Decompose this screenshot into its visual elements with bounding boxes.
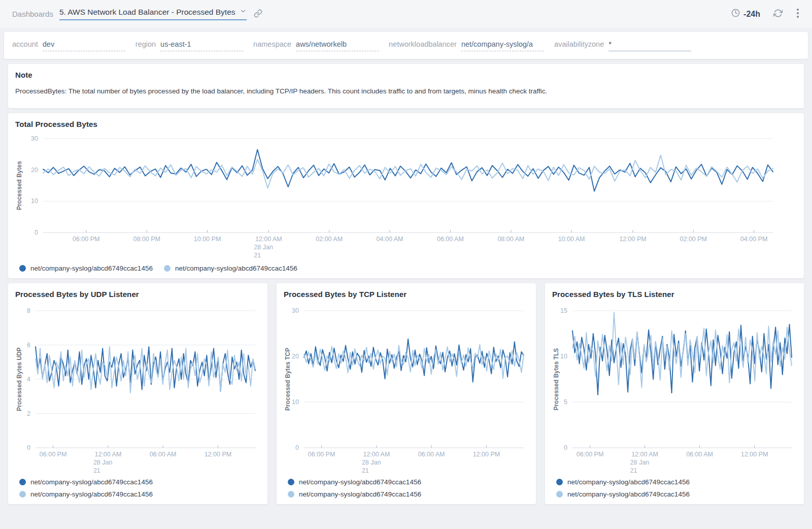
- series-color-dot: [556, 479, 563, 485]
- svg-text:12:00 AM: 12:00 AM: [363, 451, 390, 458]
- series-color-dot: [19, 479, 26, 485]
- refresh-button[interactable]: [772, 8, 784, 20]
- svg-text:02:00 AM: 02:00 AM: [316, 236, 343, 243]
- series-name: net/company-syslog/abcd6749ccac1456: [567, 490, 690, 498]
- svg-text:30: 30: [292, 307, 299, 314]
- udp-listener-chart[interactable]: 0246806:00 PM12:00 AM28 Jan2106:00 AM12:…: [15, 302, 260, 474]
- svg-text:06:00 AM: 06:00 AM: [686, 451, 713, 458]
- note-panel: Note ProcessedBytes: The total number of…: [8, 64, 804, 108]
- chart-legend: net/company-syslog/abcd6749ccac1456 net/…: [19, 264, 797, 272]
- legend-item[interactable]: net/company-syslog/abcd6749ccac1456: [556, 490, 690, 498]
- filter-label: availabilityzone: [554, 40, 604, 48]
- chart-title: Processed Bytes by UDP Listener: [15, 290, 260, 299]
- tcp-listener-panel: Processed Bytes by TCP Listener 01020300…: [277, 283, 536, 504]
- svg-text:04:00 AM: 04:00 AM: [377, 236, 403, 243]
- svg-text:4: 4: [27, 376, 30, 383]
- svg-text:20: 20: [31, 167, 38, 174]
- dashboard-title-select[interactable]: 5. AWS Network Load Balancer - Processed…: [59, 8, 247, 20]
- series-color-dot: [556, 491, 563, 498]
- svg-text:12:00 PM: 12:00 PM: [619, 236, 647, 243]
- filter-networkloadbalancer: networkloadbalancer net/company-syslog/a: [389, 40, 544, 51]
- filter-region: region us-east-1: [136, 40, 243, 51]
- page-title: 5. AWS Network Load Balancer - Processed…: [59, 8, 235, 17]
- udp-listener-panel: Processed Bytes by UDP Listener 0246806:…: [8, 283, 267, 504]
- series-name: net/company-syslog/abcd6749ccac1456: [567, 478, 690, 486]
- svg-text:06:00 AM: 06:00 AM: [418, 451, 445, 458]
- filter-namespace: namespace aws/networkelb: [253, 40, 379, 51]
- legend-item[interactable]: net/company-syslog/abcd6749ccac1456: [164, 264, 297, 272]
- svg-text:06:00 AM: 06:00 AM: [437, 236, 464, 243]
- svg-text:10: 10: [560, 353, 567, 360]
- svg-text:0: 0: [35, 229, 38, 236]
- svg-text:Processed Bytes TLS: Processed Bytes TLS: [553, 348, 560, 411]
- series-color-dot: [19, 265, 26, 272]
- legend-item[interactable]: net/company-syslog/abcd6749ccac1456: [288, 490, 421, 498]
- svg-text:28 Jan: 28 Jan: [254, 244, 273, 251]
- legend-item[interactable]: net/company-syslog/abcd6749ccac1456: [288, 478, 421, 486]
- breadcrumb: Dashboards: [12, 10, 53, 18]
- series-color-dot: [164, 265, 171, 272]
- more-options-button[interactable]: [796, 8, 800, 20]
- refresh-icon: [773, 9, 783, 19]
- tls-listener-panel: Processed Bytes by TLS Listener 05101506…: [545, 283, 804, 504]
- legend-item[interactable]: net/company-syslog/abcd6749ccac1456: [19, 264, 153, 272]
- time-range-value: -24h: [743, 10, 760, 19]
- legend-item[interactable]: net/company-syslog/abcd6749ccac1456: [556, 478, 690, 486]
- svg-text:08:00 PM: 08:00 PM: [133, 236, 160, 243]
- chart-legend: net/company-syslog/abcd6749ccac1456 net/…: [19, 478, 260, 498]
- legend-item[interactable]: net/company-syslog/abcd6749ccac1456: [19, 490, 153, 498]
- svg-text:02:00 PM: 02:00 PM: [680, 236, 707, 243]
- filter-availabilityzone: availabilityzone *: [554, 40, 691, 51]
- series-name: net/company-syslog/abcd6749ccac1456: [175, 264, 297, 272]
- svg-text:10: 10: [292, 399, 299, 406]
- svg-text:06:00 PM: 06:00 PM: [577, 451, 604, 458]
- legend-item[interactable]: net/company-syslog/abcd6749ccac1456: [19, 478, 153, 486]
- filter-label: account: [12, 40, 38, 48]
- svg-text:12:00 AM: 12:00 AM: [94, 451, 121, 458]
- total-processed-bytes-chart[interactable]: 010203006:00 PM08:00 PM10:00 PM12:00 AM2…: [15, 131, 797, 262]
- svg-text:06:00 PM: 06:00 PM: [73, 236, 100, 243]
- listener-charts-row: Processed Bytes by UDP Listener 0246806:…: [8, 283, 804, 504]
- svg-text:21: 21: [630, 467, 637, 474]
- top-bar: Dashboards 5. AWS Network Load Balancer …: [0, 0, 812, 28]
- total-processed-bytes-panel: Total Processed Bytes 010203006:00 PM08:…: [8, 113, 804, 278]
- clock-icon: [731, 9, 740, 19]
- svg-text:06:00 AM: 06:00 AM: [150, 451, 177, 458]
- svg-text:10:00 PM: 10:00 PM: [194, 236, 221, 243]
- svg-text:Processed Bytes TCP: Processed Bytes TCP: [284, 348, 291, 411]
- chart-title: Processed Bytes by TCP Listener: [284, 290, 529, 299]
- copy-link-button[interactable]: [253, 8, 263, 20]
- chart-title: Processed Bytes by TLS Listener: [552, 290, 797, 299]
- svg-text:Processed Bytes UDP: Processed Bytes UDP: [16, 347, 23, 411]
- svg-text:21: 21: [362, 467, 369, 474]
- note-body: ProcessedBytes: The total number of byte…: [15, 87, 797, 101]
- svg-text:12:00 PM: 12:00 PM: [205, 451, 232, 458]
- time-range-selector[interactable]: -24h: [731, 9, 760, 19]
- series-color-dot: [288, 491, 294, 498]
- note-title: Note: [15, 71, 797, 79]
- chart-title: Total Processed Bytes: [15, 120, 797, 128]
- filter-account-input[interactable]: dev: [43, 40, 125, 51]
- svg-text:0: 0: [295, 444, 299, 451]
- svg-text:10:00 AM: 10:00 AM: [558, 236, 585, 243]
- filter-bar: account dev region us-east-1 namespace a…: [4, 32, 808, 59]
- svg-text:10: 10: [31, 197, 38, 205]
- svg-text:08:00 AM: 08:00 AM: [497, 236, 524, 243]
- series-name: net/company-syslog/abcd6749ccac1456: [30, 264, 153, 272]
- series-name: net/company-syslog/abcd6749ccac1456: [299, 478, 421, 486]
- tcp-listener-chart[interactable]: 010203006:00 PM12:00 AM28 Jan2106:00 AM1…: [284, 302, 529, 474]
- svg-text:21: 21: [93, 467, 100, 474]
- svg-text:0: 0: [27, 444, 30, 451]
- filter-namespace-input[interactable]: aws/networkelb: [296, 40, 379, 51]
- tls-listener-chart[interactable]: 05101506:00 PM12:00 AM28 Jan2106:00 AM12…: [552, 302, 797, 474]
- series-name: net/company-syslog/abcd6749ccac1456: [30, 490, 153, 498]
- filter-networkloadbalancer-input[interactable]: net/company-syslog/a: [461, 40, 544, 51]
- svg-text:12:00 PM: 12:00 PM: [741, 451, 768, 458]
- svg-text:5: 5: [564, 399, 567, 406]
- svg-text:04:00 PM: 04:00 PM: [740, 236, 768, 243]
- series-name: net/company-syslog/abcd6749ccac1456: [30, 478, 153, 486]
- svg-text:28 Jan: 28 Jan: [93, 459, 113, 466]
- filter-region-input[interactable]: us-east-1: [160, 40, 243, 51]
- filter-availabilityzone-input[interactable]: *: [608, 40, 691, 51]
- series-color-dot: [288, 479, 294, 485]
